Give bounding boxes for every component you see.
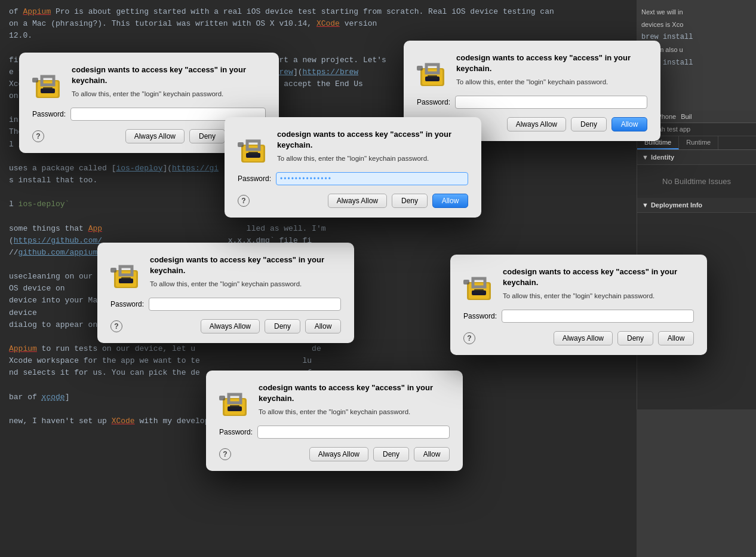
brew-install-1: brew install <box>641 33 751 41</box>
dialog-2-text: codesign wants to access key "access" in… <box>456 53 647 87</box>
right-panel-text-1: Next we will in <box>641 7 751 17</box>
dialog-3-text: codesign wants to access key "access" in… <box>277 129 468 163</box>
dialog-6-header: codesign wants to access key "access" in… <box>463 267 694 302</box>
dialog-6-subtitle: To allow this, enter the "login" keychai… <box>503 291 694 301</box>
dialog-5-password-label: Password: <box>219 428 253 436</box>
dialog-3-help-button[interactable]: ? <box>238 195 250 207</box>
dialog-2-password-label: Password: <box>417 98 450 106</box>
dialog-2-deny-button[interactable]: Deny <box>571 117 607 131</box>
tab-runtime[interactable]: Runtime <box>679 136 718 149</box>
dialog-1-text: codesign wants to access key "access" in… <box>72 65 266 99</box>
svg-rect-27 <box>219 396 225 400</box>
dialog-2-password-row: Password: <box>417 96 647 109</box>
dialog-6-password-row: Password: <box>463 310 694 323</box>
dialog-5-deny-button[interactable]: Deny <box>373 447 409 461</box>
svg-rect-3 <box>32 78 38 82</box>
no-buildtime-issues: No Buildtime Issues <box>637 165 756 198</box>
svg-rect-29 <box>230 405 239 409</box>
dialog-3-password-input[interactable] <box>276 172 468 185</box>
dialog-6-password-label: Password: <box>463 312 497 320</box>
dialog-5-subtitle: To allow this, enter the "login" keychai… <box>259 407 450 417</box>
dialog-5-always-allow-button[interactable]: Always Allow <box>309 447 368 461</box>
lock-icon-1 <box>32 65 63 100</box>
dialog-4-title: codesign wants to access key "access" in… <box>150 255 341 276</box>
dialog-5-help-button[interactable]: ? <box>219 448 231 460</box>
lock-icon-5 <box>219 382 250 418</box>
dialog-3-header: codesign wants to access key "access" in… <box>238 129 468 165</box>
identity-section-header: ▼ Identity <box>637 150 756 165</box>
dialog-6-help-button[interactable]: ? <box>463 332 475 344</box>
dialog-5-title: codesign wants to access key "access" in… <box>259 382 450 404</box>
dialog-1-title: codesign wants to access key "access" in… <box>72 65 266 86</box>
svg-rect-33 <box>463 280 469 284</box>
dialog-2-always-allow-button[interactable]: Always Allow <box>507 117 566 131</box>
dialog-6-text: codesign wants to access key "access" in… <box>503 267 694 301</box>
dialog-2-allow-button[interactable]: Allow <box>611 117 647 131</box>
dialog-1-always-allow-button[interactable]: Always Allow <box>125 129 185 143</box>
dialog-5-password-row: Password: <box>219 426 450 439</box>
svg-rect-11 <box>428 75 437 79</box>
dialog-6-password-input[interactable] <box>502 310 694 323</box>
dialog-6-always-allow-button[interactable]: Always Allow <box>554 331 613 345</box>
dialog-6-deny-button[interactable]: Deny <box>617 331 653 345</box>
dialog-2-password-input[interactable] <box>455 96 647 109</box>
dialog-4-text: codesign wants to access key "access" in… <box>150 255 341 289</box>
lock-icon-6 <box>463 267 494 302</box>
svg-rect-17 <box>248 152 258 155</box>
dialog-3-password-label: Password: <box>238 175 271 183</box>
editor-line: Xcode workspace for the app we want to t… <box>9 355 690 367</box>
dialog-3-password-row: Password: <box>238 172 468 185</box>
dialog-3-title: codesign wants to access key "access" in… <box>277 129 468 151</box>
dialog-6-allow-button[interactable]: Allow <box>658 331 694 345</box>
build-button[interactable]: Buil <box>681 113 692 120</box>
deployment-section-header: ▼ Deployment Info <box>637 198 756 213</box>
svg-rect-35 <box>474 289 484 293</box>
right-panel-text-2: devices is Xco <box>641 20 751 30</box>
dialog-5-text: codesign wants to access key "access" in… <box>259 382 450 417</box>
codesign-dialog-5: codesign wants to access key "access" in… <box>206 371 463 471</box>
dialog-1-password-label: Password: <box>32 110 66 118</box>
dialog-1-help-button[interactable]: ? <box>32 130 44 142</box>
dialog-4-help-button[interactable]: ? <box>110 320 122 332</box>
dialog-2-header: codesign wants to access key "access" in… <box>417 53 647 88</box>
dialog-1-deny-button[interactable]: Deny <box>189 129 225 143</box>
dialog-1-subtitle: To allow this, enter the "login" keychai… <box>72 89 266 99</box>
editor-line: some things that App lled as well. I'm <box>9 223 690 235</box>
editor-line: of Appium Pro is about getting started w… <box>9 6 690 18</box>
lock-icon-4 <box>110 255 142 290</box>
dialog-3-buttons: ? Always Allow Deny Allow <box>238 194 468 208</box>
dialog-3-always-allow-button[interactable]: Always Allow <box>328 194 387 208</box>
codesign-dialog-6: codesign wants to access key "access" in… <box>450 255 707 355</box>
svg-rect-23 <box>121 277 131 281</box>
dialog-4-password-row: Password: <box>110 298 341 311</box>
dialog-4-buttons: ? Always Allow Deny Allow <box>110 319 341 333</box>
svg-rect-21 <box>110 268 116 273</box>
dialog-3-allow-button[interactable]: Allow <box>432 194 468 208</box>
dialog-6-buttons: ? Always Allow Deny Allow <box>463 331 694 345</box>
editor-line: on a Mac (phrasing?). This tutorial was … <box>9 18 690 30</box>
dialog-2-subtitle: To allow this, enter the "login" keychai… <box>456 77 647 87</box>
dialog-1-header: codesign wants to access key "access" in… <box>32 65 266 100</box>
dialog-5-buttons: ? Always Allow Deny Allow <box>219 447 450 461</box>
dialog-3-subtitle: To allow this, enter the "login" keychai… <box>277 154 468 163</box>
dialog-4-always-allow-button[interactable]: Always Allow <box>201 319 260 333</box>
lock-icon-3 <box>238 129 269 165</box>
dialog-5-allow-button[interactable]: Allow <box>414 447 450 461</box>
dialog-4-password-input[interactable] <box>149 298 341 311</box>
dialog-4-allow-button[interactable]: Allow <box>305 319 341 333</box>
dialog-5-header: codesign wants to access key "access" in… <box>219 382 450 418</box>
dialog-4-deny-button[interactable]: Deny <box>265 319 300 333</box>
codesign-dialog-3: codesign wants to access key "access" in… <box>225 117 481 218</box>
svg-rect-5 <box>43 87 53 91</box>
dialog-2-title: codesign wants to access key "access" in… <box>456 53 647 74</box>
codesign-dialog-4: codesign wants to access key "access" in… <box>97 243 354 343</box>
dialog-4-password-label: Password: <box>110 300 144 308</box>
dialog-3-deny-button[interactable]: Deny <box>392 194 428 208</box>
dialog-4-header: codesign wants to access key "access" in… <box>110 255 341 290</box>
dialog-6-title: codesign wants to access key "access" in… <box>503 267 694 288</box>
dialog-5-password-input[interactable] <box>257 426 450 439</box>
svg-rect-15 <box>238 142 244 147</box>
lock-icon-2 <box>417 53 448 88</box>
svg-rect-9 <box>417 66 423 71</box>
dialog-4-subtitle: To allow this, enter the "login" keychai… <box>150 279 341 289</box>
